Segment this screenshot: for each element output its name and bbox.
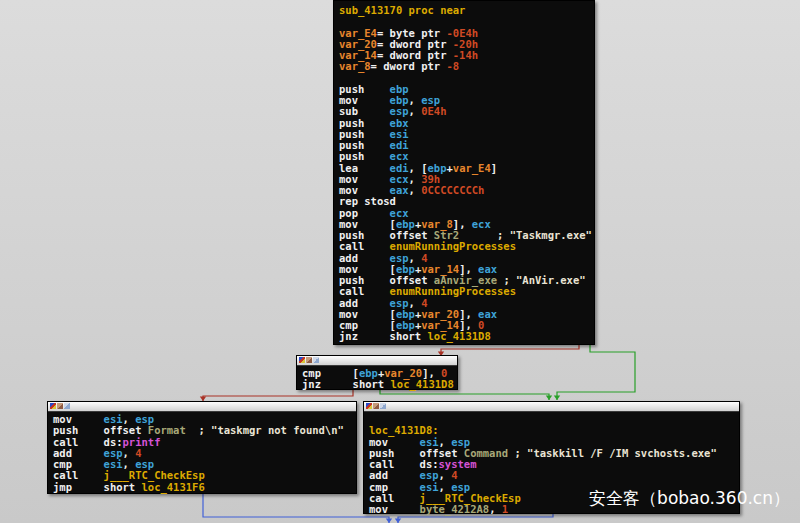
basic-block-entry[interactable]: sub_413170 proc near var_E4= byte ptr -0…: [333, 0, 595, 345]
node-palette-icon[interactable]: [50, 403, 56, 409]
node-palette-icon[interactable]: [366, 403, 372, 409]
edge-cmp-true-branch-arrowhead: [546, 396, 552, 401]
edge-left-jmp: [203, 494, 389, 523]
node-frame-icon[interactable]: [380, 403, 386, 409]
edge-entry-false-branch: [441, 345, 579, 356]
code-line[interactable]: sub_413170 proc near: [339, 5, 589, 16]
watermark-text: 安全客（bobao.360.cn）: [589, 487, 790, 510]
edge-cmp-true-branch: [380, 390, 549, 400]
disassembly-listing: mov esi, esppush offset Format ; "taskmg…: [48, 412, 356, 493]
edge-entry-true-branch-arrowhead: [554, 396, 560, 401]
edge-cmp-false-branch: [203, 390, 353, 401]
node-frame-icon[interactable]: [64, 403, 70, 409]
node-titlebar[interactable]: [48, 402, 356, 412]
code-line[interactable]: var_8= dword ptr -8: [339, 61, 589, 72]
edge-right-fallthrough-arrowhead: [395, 519, 401, 523]
basic-block-taskmgr-not-found[interactable]: mov esi, esppush offset Format ; "taskmg…: [47, 401, 357, 494]
code-line[interactable]: jnz short loc_4131D8: [302, 379, 452, 390]
disassembly-listing: sub_413170 proc near var_E4= byte ptr -0…: [334, 1, 594, 345]
node-text-icon[interactable]: [306, 357, 312, 363]
edge-left-jmp-arrowhead: [386, 519, 392, 523]
node-frame-icon[interactable]: [313, 357, 319, 363]
code-line[interactable]: jnz short loc_4131D8: [339, 331, 589, 342]
disassembly-listing: cmp [ebp+var_20], 0jnz short loc_4131D8: [297, 366, 457, 391]
node-titlebar[interactable]: [297, 356, 457, 366]
node-text-icon[interactable]: [373, 403, 379, 409]
basic-block-cmp-var20[interactable]: cmp [ebp+var_20], 0jnz short loc_4131D8: [296, 355, 458, 390]
node-text-icon[interactable]: [57, 403, 63, 409]
ida-graph-view[interactable]: sub_413170 proc near var_E4= byte ptr -0…: [0, 0, 800, 523]
edge-right-fallthrough: [398, 514, 553, 523]
node-palette-icon[interactable]: [299, 357, 305, 363]
node-titlebar[interactable]: [364, 402, 739, 412]
edge-entry-true-branch: [557, 345, 635, 400]
code-line[interactable]: jmp short loc_4131F6: [53, 482, 351, 493]
